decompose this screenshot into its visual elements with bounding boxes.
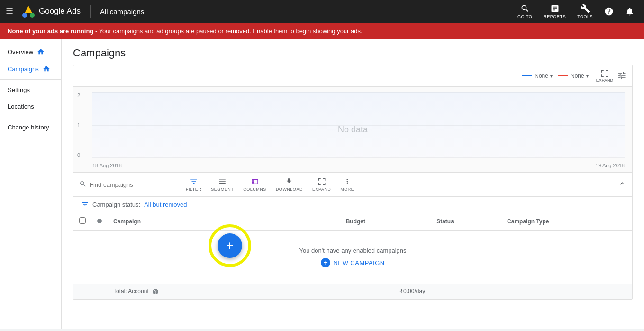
google-ads-logo: Google Ads bbox=[21, 4, 81, 19]
total-amount: ₹0.00/day bbox=[340, 284, 431, 299]
help-button[interactable] bbox=[600, 5, 617, 18]
filter-label: FILTER bbox=[186, 187, 201, 192]
segment-icon bbox=[218, 177, 227, 186]
table-expand-icon bbox=[317, 177, 326, 186]
status-dot-header bbox=[97, 219, 102, 223]
table-header-row: Campaign ↑ Budget Status Campaign Type bbox=[73, 212, 632, 230]
download-button[interactable]: DOWNLOAD bbox=[272, 175, 307, 193]
new-campaign-label: NEW CAMPAIGN bbox=[333, 259, 384, 267]
sliders-icon bbox=[617, 71, 626, 80]
add-campaign-fab[interactable]: + bbox=[218, 233, 242, 258]
fab-plus-icon: + bbox=[226, 238, 234, 253]
total-help-icon[interactable] bbox=[152, 288, 159, 295]
hamburger-menu-icon[interactable]: ☰ bbox=[6, 6, 13, 17]
y-label-1: 1 bbox=[77, 122, 80, 128]
table-expand-button[interactable]: EXPAND bbox=[308, 175, 335, 193]
filter-bar-text: Campaign status: bbox=[92, 201, 140, 208]
main-content: Campaigns None ▾ None ▾ bbox=[62, 39, 644, 329]
chart-expand-button[interactable]: EXPAND bbox=[596, 69, 613, 83]
filter-bar-icon bbox=[81, 201, 89, 208]
segment-button[interactable]: SEGMENT bbox=[207, 175, 237, 193]
columns-icon bbox=[251, 177, 259, 186]
chart-section: None ▾ None ▾ EXPAND bbox=[73, 65, 633, 300]
th-campaign-label: Campaign bbox=[113, 218, 141, 225]
collapse-button[interactable] bbox=[618, 179, 626, 190]
bell-icon bbox=[625, 7, 635, 16]
search-icon-wrap bbox=[79, 180, 87, 189]
new-campaign-button[interactable]: + NEW CAMPAIGN bbox=[321, 258, 384, 267]
collapse-icon bbox=[618, 179, 626, 188]
search-input[interactable] bbox=[90, 181, 174, 188]
search-icon bbox=[79, 180, 87, 188]
metric1-chevron-icon: ▾ bbox=[550, 74, 553, 79]
y-label-2: 2 bbox=[77, 92, 80, 98]
filter-bar-value[interactable]: All but removed bbox=[144, 201, 187, 208]
sidebar-divider-1 bbox=[0, 79, 61, 80]
chart-settings-button[interactable] bbox=[617, 71, 626, 82]
metric1-dropdown[interactable]: None ▾ bbox=[522, 73, 553, 79]
sidebar: Overview Campaigns Settings Locations Ch… bbox=[0, 39, 62, 329]
x-label-start: 18 Aug 2018 bbox=[92, 163, 122, 168]
x-label-end: 19 Aug 2018 bbox=[595, 163, 625, 168]
sidebar-overview-label: Overview bbox=[8, 48, 33, 55]
campaigns-home-icon bbox=[43, 65, 50, 73]
select-all-checkbox[interactable] bbox=[79, 217, 86, 224]
fab-highlight-ring: + bbox=[209, 224, 251, 267]
total-label: Total: Account bbox=[108, 284, 340, 299]
page-title: Campaigns bbox=[73, 47, 633, 59]
more-label: MORE bbox=[340, 187, 354, 192]
alert-bold-text: None of your ads are running bbox=[8, 28, 93, 35]
table-row: You don't have any enabled campaigns + N… bbox=[73, 230, 632, 284]
th-checkbox bbox=[73, 212, 91, 230]
filter-icon bbox=[190, 177, 198, 186]
more-button[interactable]: MORE bbox=[336, 175, 358, 193]
page-header-title: All campaigns bbox=[100, 8, 144, 16]
th-campaign-type[interactable]: Campaign Type bbox=[501, 212, 632, 230]
th-budget[interactable]: Budget bbox=[340, 212, 431, 230]
goto-label: GO TO bbox=[517, 14, 532, 19]
sidebar-item-locations[interactable]: Locations bbox=[0, 98, 61, 115]
sidebar-item-settings[interactable]: Settings bbox=[0, 82, 61, 98]
tools-label: TOOLS bbox=[577, 14, 593, 19]
sidebar-item-campaigns[interactable]: Campaigns bbox=[0, 60, 61, 77]
th-status[interactable]: Status bbox=[431, 212, 501, 230]
tools-icon bbox=[581, 4, 590, 13]
chart-area-fill bbox=[92, 92, 625, 158]
chart-x-axis: 18 Aug 2018 19 Aug 2018 bbox=[92, 163, 625, 168]
sort-icon: ↑ bbox=[144, 219, 146, 224]
sidebar-item-overview[interactable]: Overview bbox=[0, 43, 61, 60]
nav-divider bbox=[90, 5, 91, 18]
empty-state: You don't have any enabled campaigns + N… bbox=[79, 236, 626, 279]
campaigns-table: Campaign ↑ Budget Status Campaign Type bbox=[73, 212, 632, 299]
search-icon bbox=[520, 4, 530, 13]
goto-button[interactable]: GO TO bbox=[514, 2, 536, 21]
download-label: DOWNLOAD bbox=[276, 187, 303, 192]
sidebar-change-history-label: Change history bbox=[8, 124, 49, 131]
reports-icon bbox=[550, 4, 560, 13]
tools-button[interactable]: TOOLS bbox=[573, 2, 597, 21]
toolbar-divider-2 bbox=[362, 179, 362, 190]
notifications-button[interactable] bbox=[621, 5, 638, 18]
chart-y-axis: 2 1 0 bbox=[77, 92, 80, 158]
sidebar-locations-label: Locations bbox=[8, 103, 34, 110]
metric1-label: None bbox=[535, 73, 548, 79]
top-navigation: ☰ Google Ads All campaigns GO TO REPORTS… bbox=[0, 0, 644, 23]
segment-label: SEGMENT bbox=[211, 187, 234, 192]
filter-button[interactable]: FILTER bbox=[182, 175, 205, 193]
sidebar-item-change-history[interactable]: Change history bbox=[0, 119, 61, 136]
th-budget-label: Budget bbox=[346, 218, 365, 225]
filter-bar: Campaign status: All but removed bbox=[73, 197, 632, 212]
columns-button[interactable]: COLUMNS bbox=[239, 175, 270, 193]
new-campaign-plus-icon: + bbox=[321, 258, 330, 267]
reports-button[interactable]: REPORTS bbox=[540, 2, 570, 21]
metric2-dropdown[interactable]: None ▾ bbox=[558, 73, 589, 79]
th-status-dot bbox=[91, 212, 108, 230]
metric1-color-indicator bbox=[522, 75, 532, 76]
table-expand-label: EXPAND bbox=[312, 187, 331, 192]
alert-rest-text: - Your campaigns and ad groups are pause… bbox=[95, 28, 363, 35]
fab-container: + bbox=[209, 224, 251, 267]
download-icon bbox=[285, 177, 293, 186]
columns-label: COLUMNS bbox=[243, 187, 266, 192]
empty-state-text: You don't have any enabled campaigns bbox=[87, 247, 619, 254]
chart-body: 2 1 0 No data 18 Aug 2018 19 Aug 2018 bbox=[73, 87, 632, 172]
